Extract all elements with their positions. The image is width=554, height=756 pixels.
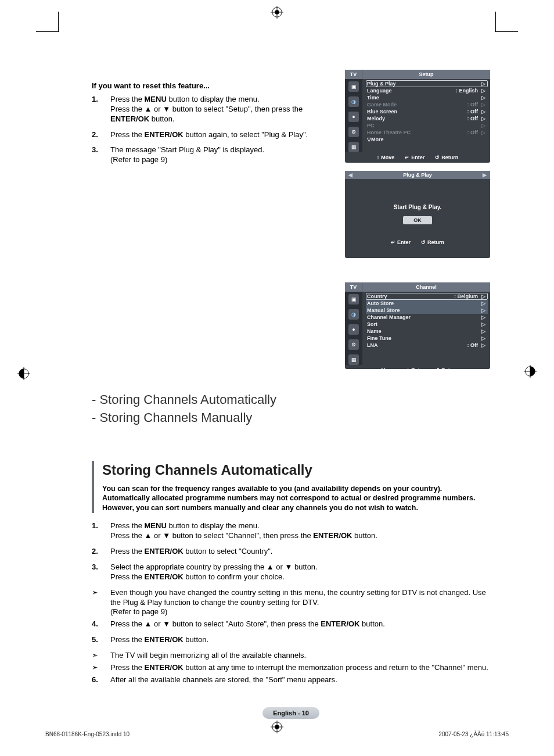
footer-return: Return bbox=[435, 155, 458, 160]
footer-enter: Enter bbox=[405, 367, 425, 373]
osd-footer: Move Enter Return bbox=[345, 365, 490, 377]
registration-mark-icon bbox=[271, 6, 283, 19]
osd-row-value: : Off bbox=[467, 342, 479, 348]
osd-row: Manual Store▷ bbox=[366, 307, 488, 314]
osd-side-icons: ▣ ◑ ● ⚙ ▦ bbox=[345, 79, 362, 152]
meta-file: BN68-01186K-Eng-0523.indd 10 bbox=[45, 731, 129, 737]
osd-row: Language: English▷ bbox=[366, 87, 488, 94]
osd-row: PC▷ bbox=[366, 122, 488, 129]
section-intro: You can scan for the frequency ranges av… bbox=[102, 484, 490, 514]
footer-return: Return bbox=[435, 367, 458, 373]
osd-row-label: Country bbox=[367, 293, 387, 299]
instruction-step: 6.After all the available channels are s… bbox=[92, 675, 490, 685]
channel-icon: ● bbox=[348, 324, 359, 335]
sound-icon: ◑ bbox=[348, 309, 359, 320]
step-number: 4. bbox=[92, 619, 98, 629]
osd-row-label: Plug & Play bbox=[367, 81, 396, 87]
chevron-right-icon: ▷ bbox=[481, 88, 485, 94]
osd-row: Blue Screen: Off▷ bbox=[366, 108, 488, 115]
osd-row-label: Home Theatre PC bbox=[367, 130, 411, 135]
note-text: Press the ENTER/OK button at any time to… bbox=[110, 663, 488, 672]
input-icon: ▦ bbox=[348, 354, 359, 365]
meta-date: 2007-05-23 ¿ÀÀü 11:13:45 bbox=[438, 731, 509, 737]
step-text: Press the MENU button to display the men… bbox=[110, 521, 377, 540]
page-number-pill: English - 10 bbox=[262, 707, 319, 719]
osd-footer: Move Enter Return bbox=[345, 152, 490, 164]
chevron-right-icon: ▷ bbox=[481, 81, 485, 87]
document-meta: BN68-01186K-Eng-0523.indd 10 2007-05-23 … bbox=[45, 731, 509, 737]
picture-icon: ▣ bbox=[348, 294, 359, 304]
osd-plugplay-screenshot: ◀ Plug & Play ▶ Start Plug & Play. OK En… bbox=[345, 171, 490, 258]
chevron-right-icon: ▷ bbox=[481, 109, 485, 114]
osd-title: ◀ Plug & Play ▶ bbox=[345, 171, 490, 179]
osd-row-label: PC bbox=[367, 123, 375, 128]
step-text: Select the appropriate country by pressi… bbox=[110, 562, 318, 581]
osd-channel-list: Country: Belgium▷Auto Store▷Manual Store… bbox=[362, 292, 490, 365]
toc-item: - Storing Channels Manually bbox=[92, 410, 490, 427]
osd-row-label: Language bbox=[367, 88, 392, 94]
step-text: Press the ENTER/OK button to select "Cou… bbox=[110, 547, 272, 556]
chevron-right-icon: ▷ bbox=[481, 321, 485, 327]
osd-row: Sort▷ bbox=[366, 321, 488, 328]
chevron-right-icon: ▶ bbox=[483, 172, 487, 178]
chevron-right-icon: ▷ bbox=[481, 328, 485, 334]
step-text: Press the ENTER/OK button. bbox=[110, 635, 208, 644]
osd-row-label: ▽More bbox=[367, 137, 384, 142]
osd-row-value: : Belgium bbox=[454, 293, 478, 299]
chevron-right-icon: ▷ bbox=[481, 123, 485, 128]
instruction-step: 4.Press the ▲ or ▼ button to select "Aut… bbox=[92, 619, 490, 629]
osd-row-label: Time bbox=[367, 95, 379, 101]
osd-tv-tab: TV bbox=[345, 70, 362, 79]
step-number: 5. bbox=[92, 635, 98, 645]
step-number: 6. bbox=[92, 675, 98, 685]
note-text: Even though you have changed the country… bbox=[110, 588, 486, 617]
setup-icon: ⚙ bbox=[348, 339, 359, 350]
osd-row-label: Melody bbox=[367, 116, 385, 121]
osd-row-label: Game Mode bbox=[367, 102, 397, 108]
step-number: 2. bbox=[92, 130, 98, 140]
registration-mark-icon bbox=[524, 365, 537, 378]
note-line: Press the ENTER/OK button at any time to… bbox=[92, 663, 490, 673]
chevron-right-icon: ▷ bbox=[481, 314, 485, 320]
osd-row: Time▷ bbox=[366, 94, 488, 101]
picture-icon: ▣ bbox=[348, 81, 359, 92]
chevron-right-icon: ▷ bbox=[481, 342, 485, 348]
osd-row-label: Manual Store bbox=[367, 307, 400, 313]
chevron-right-icon: ▷ bbox=[481, 300, 485, 306]
section-title: Storing Channels Automatically bbox=[102, 461, 490, 479]
crop-mark bbox=[495, 12, 496, 31]
osd-tv-tab: TV bbox=[345, 282, 362, 292]
osd-side-icons: ▣ ◑ ● ⚙ ▦ bbox=[345, 292, 362, 365]
footer-move: Move bbox=[377, 367, 395, 373]
footer-return: Return bbox=[421, 239, 444, 245]
chevron-right-icon: ▷ bbox=[481, 307, 485, 313]
crop-mark bbox=[36, 31, 59, 32]
sound-icon: ◑ bbox=[348, 96, 359, 107]
osd-row: Melody: Off▷ bbox=[366, 115, 488, 122]
osd-row: ▽More bbox=[366, 136, 488, 143]
chevron-left-icon: ◀ bbox=[348, 172, 352, 178]
channel-icon: ● bbox=[348, 112, 359, 122]
osd-row-label: Channel Manager bbox=[367, 314, 411, 320]
osd-row-label: Auto Store bbox=[367, 300, 394, 306]
osd-row: Channel Manager▷ bbox=[366, 314, 488, 321]
step-text: Press the ENTER/OK button again, to sele… bbox=[110, 130, 308, 139]
chevron-right-icon: ▷ bbox=[481, 293, 485, 299]
osd-row-value: : Off bbox=[467, 116, 479, 121]
osd-message: Start Plug & Play. bbox=[394, 204, 442, 210]
osd-row: Home Theatre PC: Off▷ bbox=[366, 129, 488, 136]
instruction-step: 2.Press the ENTER/OK button to select "C… bbox=[92, 547, 490, 557]
osd-row-label: Fine Tune bbox=[367, 335, 391, 341]
reset-step: 3.The message "Start Plug & Play" is dis… bbox=[92, 145, 330, 165]
chevron-right-icon: ▷ bbox=[481, 95, 485, 101]
step-text: After all the available channels are sto… bbox=[110, 675, 337, 684]
osd-row-value: : English bbox=[456, 88, 478, 94]
footer-enter: Enter bbox=[405, 155, 425, 160]
osd-row: Auto Store▷ bbox=[366, 300, 488, 307]
osd-ok-button: OK bbox=[403, 216, 432, 224]
osd-row-value: : Off bbox=[467, 109, 479, 114]
reset-step: 1.Press the MENU button to display the m… bbox=[92, 95, 330, 124]
step-text: Press the ▲ or ▼ button to select "Auto … bbox=[110, 619, 385, 628]
crop-mark bbox=[58, 12, 59, 31]
osd-footer: Enter Return bbox=[345, 237, 490, 249]
